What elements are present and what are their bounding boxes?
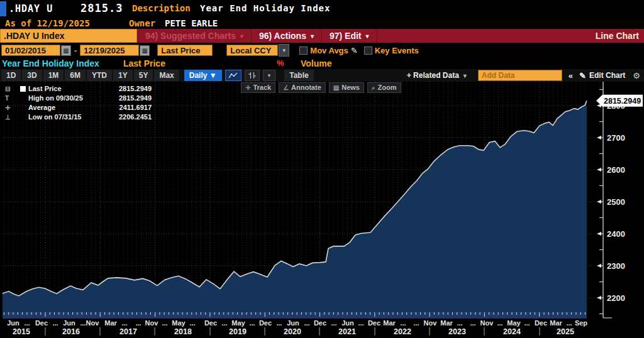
x-tick-label: Mar — [383, 319, 396, 327]
menu-actions[interactable]: 96) Actions ▾ — [252, 29, 322, 43]
currency-select[interactable]: Local CCY — [226, 45, 278, 56]
pencil-icon[interactable]: ✎ — [351, 46, 358, 55]
date-from-input[interactable]: 01/02/2015 — [1, 45, 60, 56]
date-to-input[interactable]: 12/19/2025 — [80, 45, 139, 56]
x-tick-label: May — [507, 319, 521, 327]
pencil-icon: ✎ — [579, 71, 586, 80]
x-tick-label: Dec — [204, 319, 217, 327]
period-6m-button[interactable]: 6M — [65, 70, 86, 81]
tree-expand-icon[interactable]: ⊟ — [4, 84, 20, 94]
x-tick-label: ... — [24, 319, 30, 327]
x-tick-label: Nov — [145, 319, 159, 327]
x-tick-label: Dec — [314, 319, 326, 327]
x-tick-label: Jun — [7, 319, 19, 327]
related-data-button[interactable]: + Related Data ▾ — [407, 71, 467, 80]
volume-toggle[interactable]: Volume — [301, 58, 332, 68]
frequency-select[interactable]: Daily ▼ — [184, 70, 222, 81]
x-year-label: 2025 — [557, 327, 574, 336]
track-button[interactable]: ✛ Track — [241, 82, 275, 93]
annotate-icon: ∠ — [283, 83, 289, 92]
x-year-label: 2015 — [13, 327, 30, 336]
period-1y-button[interactable]: 1Y — [113, 70, 133, 81]
owner-value: PETE EARLE — [165, 18, 218, 28]
line-chart-type-button[interactable] — [225, 70, 242, 81]
description-label: Description — [132, 3, 191, 13]
x-tick-label: ... — [135, 319, 141, 327]
y-axis-label: 2600 — [607, 165, 625, 175]
annotate-button[interactable]: ∠ Annotate — [279, 82, 326, 93]
x-year-label: 2017 — [119, 327, 137, 336]
period-1m-button[interactable]: 1M — [43, 70, 64, 81]
legend-last-price[interactable]: ⊟ Last Price 2815.2949 — [4, 84, 160, 94]
add-data-input[interactable]: Add Data — [478, 70, 562, 81]
y-axis-label: 2400 — [607, 229, 625, 239]
news-icon: ▤ — [333, 83, 339, 92]
period-3d-button[interactable]: 3D — [22, 70, 42, 81]
field-select[interactable]: Last Price — [157, 45, 213, 56]
x-tick-label: ... — [52, 319, 58, 327]
x-tick-label: Sep — [575, 319, 587, 327]
period-max-button[interactable]: Max — [154, 70, 179, 81]
x-year-label: 2018 — [174, 327, 192, 336]
key-events-checkbox[interactable] — [364, 46, 372, 55]
x-tick-label: Jun — [63, 319, 75, 327]
x-year-label: 2016 — [62, 327, 80, 336]
magnifier-icon: ⌕ — [372, 83, 375, 92]
chevron-down-icon: ▾ — [311, 33, 314, 40]
line-chart-icon — [228, 72, 238, 79]
last-price-tag-value: 2815.2949 — [604, 97, 641, 106]
percent-toggle[interactable]: % — [277, 58, 284, 68]
x-tick-label: Dec — [35, 319, 48, 327]
view-mode-label: Line Chart — [596, 29, 644, 43]
x-tick-label: May — [231, 319, 245, 327]
x-tick-label: ... — [566, 319, 572, 327]
chevron-down-icon: ▾ — [240, 33, 243, 40]
gear-icon[interactable]: ⚙ — [633, 71, 640, 80]
x-tick-label: ... — [121, 319, 127, 327]
chart-legend: ⊟ Last Price 2815.2949 T High on 09/30/2… — [4, 84, 160, 122]
x-year-label: 2021 — [338, 327, 356, 336]
owner-label: Owner — [129, 18, 155, 28]
x-year-label: 2019 — [229, 327, 247, 336]
mov-avgs-checkbox[interactable] — [299, 46, 308, 55]
bar-chart-type-button[interactable] — [245, 70, 260, 81]
y-axis-label: 2300 — [607, 261, 625, 271]
menu-suggested-charts[interactable]: 94) Suggested Charts ▾ — [137, 29, 252, 43]
period-1d-button[interactable]: 1D — [1, 70, 21, 81]
calendar-icon[interactable]: ▦ — [140, 45, 150, 56]
table-button[interactable]: Table — [284, 70, 313, 81]
chevron-down-icon[interactable]: ▾ — [279, 44, 289, 57]
x-tick-label: Mar — [440, 319, 453, 327]
x-tick-label: ... — [470, 319, 475, 327]
legend-average[interactable]: ✛ Average 2411.6917 — [4, 103, 160, 112]
y-axis-label: 2500 — [607, 197, 625, 207]
x-tick-label: Dec — [368, 319, 380, 327]
last-price: 2815.3 — [80, 2, 123, 14]
date-range-separator: - — [74, 46, 77, 55]
legend-high[interactable]: T High on 09/30/25 2815.2949 — [4, 94, 160, 103]
period-ytd-button[interactable]: YTD — [87, 70, 112, 81]
collapse-panel-button[interactable]: « — [569, 71, 573, 80]
ticker-symbol: .HDAY U — [9, 3, 53, 14]
x-tick-label: ... — [358, 319, 364, 327]
series-swatch — [20, 86, 26, 92]
chart-type-dropdown[interactable]: ▾ — [263, 70, 276, 81]
x-tick-label: Mar — [550, 319, 562, 327]
x-tick-label: ... — [524, 319, 530, 327]
x-tick-label: Nov — [424, 319, 438, 327]
x-tick-label: ... — [80, 319, 86, 327]
candlestick-icon — [248, 72, 257, 79]
menu-edit[interactable]: 97) Edit ▾ — [322, 29, 377, 43]
calendar-icon[interactable]: ▦ — [61, 45, 71, 56]
legend-low[interactable]: ⊥ Low on 07/31/15 2206.2451 — [4, 112, 160, 122]
high-marker-icon: T — [4, 94, 20, 103]
x-tick-label: Nov — [86, 319, 100, 327]
zoom-button[interactable]: ⌕ Zoom — [367, 82, 401, 93]
period-5y-button[interactable]: 5Y — [134, 70, 153, 81]
security-input[interactable]: .HDAY U Index — [0, 29, 137, 43]
x-tick-label: ... — [162, 319, 167, 327]
edit-chart-button[interactable]: ✎ Edit Chart — [579, 71, 625, 80]
news-button[interactable]: ▤ News — [329, 82, 364, 93]
x-tick-label: ... — [189, 319, 195, 327]
y-axis-label: 2200 — [607, 293, 625, 303]
